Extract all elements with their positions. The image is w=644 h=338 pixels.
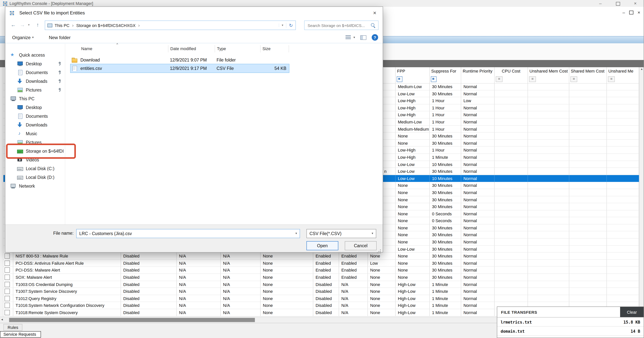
sidebar-item[interactable]: Music [5, 129, 65, 138]
open-button[interactable]: Open [306, 241, 338, 250]
sidebar-item[interactable]: Local Disk (C:) [5, 164, 65, 173]
sidebar-item[interactable]: Quick access [5, 51, 65, 59]
table-row[interactable]: T1007:System Service DiscoveryDisabledN/… [4, 288, 639, 295]
window-close-button[interactable]: × [626, 0, 644, 7]
horizontal-scrollbar-thumb[interactable] [9, 318, 255, 322]
mdi-restore-button[interactable] [629, 11, 634, 15]
unshared-mem-filter-equals-icon[interactable]: = [529, 76, 536, 82]
column-header-fpp[interactable]: FPP [396, 67, 430, 75]
sidebar-item[interactable]: Downloads [5, 77, 65, 85]
scroll-up-icon[interactable]: ▴ [641, 67, 642, 71]
horizontal-scrollbar[interactable]: ◂ [0, 317, 497, 323]
breadcrumb-this-pc[interactable]: This PC [54, 23, 70, 28]
table-row[interactable]: NIST 800-53 : Malware RuleDisabledN/AN/A… [4, 253, 639, 260]
file-type-select[interactable]: CSV File(*.CSV)▾ [306, 229, 376, 238]
row-checkbox[interactable] [4, 310, 10, 315]
table-row[interactable]: SOX: Malware AlertDisabledN/AN/ANoneEnab… [4, 274, 639, 281]
this-pc-icon [48, 23, 52, 27]
table-row[interactable]: T1012:Query RegistryDisabledN/AN/ANoneDi… [4, 295, 639, 302]
dialog-close-button[interactable]: × [371, 10, 378, 16]
address-dropdown-icon[interactable]: ▾ [279, 24, 286, 27]
mdi-close-button[interactable]: × [638, 10, 640, 15]
cell-fpp: Low-High [396, 147, 430, 154]
unshared-me-filter-equals-icon[interactable]: = [608, 76, 615, 82]
scroll-left-icon[interactable]: ◂ [1, 317, 3, 321]
chevron-icon[interactable]: › [72, 23, 74, 28]
row-checkbox[interactable] [4, 261, 10, 266]
cpu-filter-equals-icon[interactable]: = [496, 76, 502, 82]
vertical-scrollbar[interactable]: ▴ [639, 67, 644, 306]
search-icon [371, 23, 374, 27]
mdi-minimize-button[interactable]: – [622, 10, 625, 15]
help-button[interactable]: ? [372, 34, 378, 41]
cancel-button[interactable]: Cancel [345, 241, 376, 250]
breadcrumb-folder[interactable]: Storage on $+64fDICS4CHXGX [76, 23, 136, 28]
row-checkbox[interactable] [4, 253, 10, 259]
cell-fpp: High-Low [396, 309, 430, 316]
row-checkbox[interactable] [4, 289, 10, 294]
row-checkbox[interactable] [4, 268, 10, 273]
sidebar-item[interactable]: Network [5, 182, 65, 190]
suppress-filter-icon[interactable] [431, 76, 436, 82]
new-folder-button[interactable]: New folder [49, 35, 70, 40]
table-row[interactable]: T1003:OS Credential DumpingDisabledN/AN/… [4, 281, 639, 288]
sidebar-item[interactable]: Desktop [5, 59, 65, 68]
column-header-suppress-for[interactable]: Suppress For [430, 67, 461, 75]
search-input[interactable] [304, 21, 378, 30]
file-row[interactable]: entities.csv12/9/2021 9:17 PMCSV File54 … [70, 64, 289, 73]
column-header-size[interactable]: Size [260, 45, 289, 52]
tab-service-requests[interactable]: Service Requests [0, 331, 41, 337]
sidebar-item[interactable]: Pictures [5, 85, 65, 94]
shared-mem-filter-equals-icon[interactable]: = [570, 76, 577, 82]
organize-button[interactable]: Organize [12, 35, 30, 40]
up-button[interactable]: ↑ [36, 22, 39, 28]
column-header-unshared-mem-cost[interactable]: Unshared Mem Cost [528, 67, 569, 75]
column-header-type[interactable]: Type [215, 45, 260, 52]
fpp-filter-icon[interactable] [397, 76, 402, 82]
row-checkbox[interactable] [4, 303, 10, 308]
clear-button[interactable]: Clear [620, 307, 644, 317]
file-name-dropdown-icon[interactable]: ▾ [296, 229, 297, 238]
resize-grip[interactable] [380, 250, 381, 250]
search-box[interactable] [304, 21, 378, 30]
column-header-runtime-priority[interactable]: Runtime Priority [461, 67, 494, 75]
sidebar-item-icon [17, 61, 24, 66]
column-header-unshared-me[interactable]: Unshared Me [607, 67, 639, 75]
row-checkbox[interactable] [4, 296, 10, 301]
cell-runtime-priority: Normal [461, 274, 494, 281]
file-type-dropdown-icon[interactable]: ▾ [372, 229, 373, 238]
change-view-button[interactable]: ▾ [346, 35, 355, 40]
sidebar-item[interactable]: Desktop [5, 103, 65, 112]
table-row[interactable]: PCI-DSS: Antivirus Failure Alert RuleDis… [4, 260, 639, 267]
window-minimize-button[interactable]: – [592, 0, 609, 7]
sidebar-item[interactable]: Documents [5, 112, 65, 120]
table-row[interactable]: PCI-DSS: Malware AlertDisabledN/AN/ANone… [4, 267, 639, 274]
row-checkbox[interactable] [4, 275, 10, 280]
row-checkbox-cell [4, 260, 13, 267]
row-checkbox[interactable] [4, 282, 10, 287]
sidebar-item[interactable]: This PC [5, 94, 65, 103]
chevron-icon[interactable]: › [138, 23, 140, 28]
column-header-shared-mem-cost[interactable]: Shared Mem Cost [569, 67, 607, 75]
refresh-icon[interactable]: ↻ [286, 23, 296, 28]
sidebar-item[interactable]: Local Disk (D:) [5, 173, 65, 182]
sidebar-item-label: Quick access [19, 53, 45, 57]
history-dropdown-icon[interactable]: ▾ [28, 23, 30, 27]
back-button[interactable]: ← [10, 22, 16, 28]
column-header-cpu-cost[interactable]: CPU Cost [494, 67, 528, 75]
file-name-input[interactable]: LRC - Customers (Jira).csv▾ [76, 229, 300, 238]
column-header-name[interactable]: Name [71, 45, 168, 52]
window-maximize-button[interactable] [609, 0, 626, 7]
cell-runtime-priority: Normal [461, 140, 494, 147]
column-header-date-modified[interactable]: Date modified [168, 45, 215, 52]
preview-pane-icon[interactable] [360, 35, 366, 40]
sidebar-item[interactable]: Documents [5, 68, 65, 77]
forward-button[interactable]: → [20, 22, 25, 28]
sidebar-item[interactable]: Downloads [5, 120, 65, 129]
cell-suppress-for: 1 Minute [430, 154, 461, 161]
sidebar-item[interactable]: Storage on $+64fDI [5, 147, 65, 155]
tab-rules[interactable]: Rules [4, 324, 22, 331]
cell-runtime-priority: Normal [461, 281, 494, 288]
file-row[interactable]: Download12/9/2021 9:07 PMFile folder [70, 56, 289, 64]
address-bar[interactable]: This PC › Storage on $+64fDICS4CHXGX › ▾… [45, 21, 296, 30]
